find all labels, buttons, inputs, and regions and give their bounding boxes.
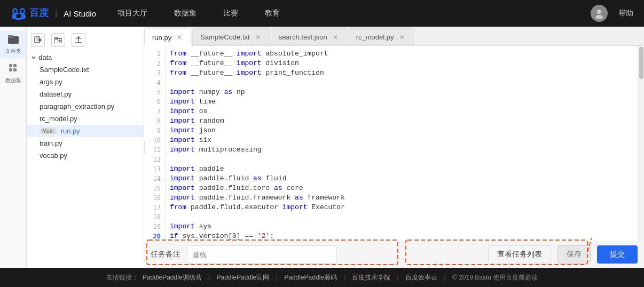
datasets-label: 数据集: [5, 77, 21, 84]
footer: 友情链接： PaddlePaddle训练营 ｜ PaddlePaddle官网 ｜…: [0, 268, 644, 287]
svg-point-6: [21, 10, 24, 13]
file-train[interactable]: train.py: [27, 137, 144, 149]
file-paragraph[interactable]: paragraph_extraction.py: [27, 100, 144, 113]
tabs-bar: run.py ✕ SampleCode.txt ✕ search.test.js…: [144, 27, 644, 46]
line-numbers: 1 2 3 4 5 6 7 8 9 10 11 12 13 14: [144, 46, 166, 241]
new-folder-icon[interactable]: [51, 33, 65, 47]
tab-label: rc_model.py: [356, 33, 394, 41]
save-button[interactable]: 保存: [557, 245, 591, 264]
scrollbar-vertical[interactable]: [638, 46, 644, 241]
code-content[interactable]: from __future__ import absolute_import f…: [166, 46, 638, 241]
file-run[interactable]: Main run.py: [27, 125, 144, 137]
avatar[interactable]: [591, 5, 608, 22]
footer-prefix: 友情链接：: [106, 273, 138, 282]
svg-rect-14: [9, 68, 12, 71]
folder-icon: [8, 34, 19, 46]
tab-searchtest[interactable]: search.test.json ✕: [271, 28, 347, 45]
tab-close-searchtest[interactable]: ✕: [332, 34, 339, 41]
task-note-label: 任务备注: [151, 250, 180, 259]
file-dataset[interactable]: dataset.py: [27, 88, 144, 100]
file-name: SampleCode.txt: [40, 66, 89, 74]
file-name: paragraph_extraction.py: [40, 102, 114, 110]
footer-copyright: © 2019 Baidu 使用百度前必读: [452, 273, 538, 282]
tab-close-rcmodel[interactable]: ✕: [398, 34, 406, 41]
nav-item-competitions[interactable]: 比赛: [223, 9, 238, 18]
help-link[interactable]: 帮助: [618, 9, 633, 18]
file-samplecode[interactable]: SampleCode.txt: [27, 63, 144, 76]
nav-menu: 项目大厅 数据集 比赛 教育: [117, 9, 280, 18]
folder-name: data: [38, 53, 52, 61]
svg-point-5: [14, 10, 17, 13]
footer-sep-5: ｜: [442, 273, 448, 282]
file-args[interactable]: args.py: [27, 76, 144, 88]
footer-link-paddlecamp[interactable]: PaddlePaddle训练营: [143, 273, 202, 282]
footer-link-baiduacademy[interactable]: 百度技术学院: [352, 273, 390, 282]
sidebar-item-datasets[interactable]: 数据集: [0, 60, 26, 87]
folder-data[interactable]: data: [27, 51, 144, 63]
svg-point-4: [21, 14, 26, 19]
editor-area: run.py ✕ SampleCode.txt ✕ search.test.js…: [144, 27, 644, 268]
file-name: run.py: [61, 127, 80, 135]
files-label: 文件夹: [5, 47, 21, 55]
footer-sep-3: ｜: [341, 273, 348, 282]
content-area: 文件夹 数据集: [0, 27, 644, 268]
new-file-icon[interactable]: [31, 33, 45, 47]
svg-rect-15: [13, 68, 17, 71]
tab-samplecode[interactable]: SampleCode.txt ✕: [192, 28, 270, 45]
svg-rect-11: [8, 35, 13, 38]
tab-rcmodel[interactable]: rc_model.py ✕: [348, 28, 414, 45]
main-badge: Main: [40, 127, 57, 134]
scroll-thumb[interactable]: [639, 47, 643, 79]
file-name: dataset.py: [40, 90, 72, 98]
svg-point-9: [595, 15, 603, 19]
logo-baidu: 百度: [11, 6, 49, 21]
file-tree: data SampleCode.txt args.py dataset.py p…: [27, 27, 144, 268]
task-note-input[interactable]: [187, 245, 337, 264]
nav-right: 帮助: [591, 5, 633, 22]
file-name: train.py: [40, 139, 62, 147]
footer-sep-2: ｜: [273, 273, 280, 282]
grid-icon: [9, 63, 18, 76]
nav-item-projects[interactable]: 项目大厅: [117, 9, 147, 18]
footer-link-paddleweb[interactable]: PaddlePaddle官网: [217, 273, 270, 282]
logo-studio: AI Studio: [64, 9, 96, 18]
svg-point-8: [597, 10, 601, 14]
svg-point-3: [12, 14, 16, 19]
side-panel: 文件夹 数据集: [0, 27, 27, 268]
tab-label: run.py: [152, 34, 171, 42]
tab-close-samplecode[interactable]: ✕: [254, 34, 262, 41]
tab-close-run[interactable]: ✕: [176, 34, 183, 41]
file-tree-header: [27, 31, 144, 51]
tab-run[interactable]: run.py ✕: [144, 29, 191, 46]
file-name: rc_model.py: [40, 115, 77, 123]
topnav: 百度 | AI Studio 项目大厅 数据集 比赛 教育 帮助: [0, 0, 644, 27]
svg-rect-12: [9, 64, 12, 67]
collapse-panel-btn[interactable]: [144, 141, 145, 154]
tab-label: SampleCode.txt: [200, 33, 250, 41]
svg-rect-13: [13, 64, 17, 67]
sidebar-item-files[interactable]: 文件夹: [0, 31, 26, 58]
code-editor[interactable]: 1 2 3 4 5 6 7 8 9 10 11 12 13 14: [144, 46, 644, 241]
file-vocab[interactable]: vocab.py: [27, 149, 144, 162]
footer-link-paddlesrc[interactable]: PaddlePaddle源码: [284, 273, 337, 282]
file-rcmodel[interactable]: rc_model.py: [27, 113, 144, 125]
upload-icon[interactable]: [72, 33, 85, 47]
file-name: args.py: [40, 78, 62, 86]
svg-point-7: [16, 14, 21, 18]
submit-button[interactable]: 提交: [597, 245, 638, 264]
footer-sep-1: ｜: [206, 273, 213, 282]
logo-separator: |: [55, 9, 57, 18]
logo: 百度 | AI Studio: [11, 6, 96, 21]
bottom-toolbar-wrapper: 任务备注 查看任务列表 保存 提交: [144, 241, 644, 268]
nav-item-education[interactable]: 教育: [265, 9, 280, 18]
file-name: vocab.py: [40, 152, 67, 160]
bottom-toolbar: 任务备注 查看任务列表 保存 提交: [144, 241, 644, 268]
tab-label: search.test.json: [279, 33, 327, 41]
footer-sep-4: ｜: [395, 273, 401, 282]
nav-item-datasets[interactable]: 数据集: [174, 9, 197, 18]
footer-link-baiducloud[interactable]: 百度效率云: [405, 273, 437, 282]
view-tasks-button[interactable]: 查看任务列表: [488, 245, 551, 264]
